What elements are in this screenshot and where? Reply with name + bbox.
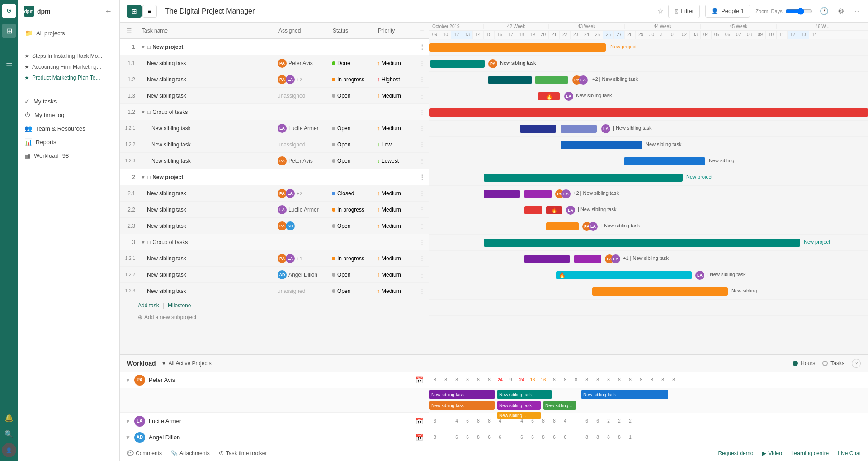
task-name-cell[interactable]: New sibling task (138, 190, 275, 197)
task-more-btn[interactable]: ⋮ (415, 206, 429, 213)
workload-help-btn[interactable]: ? (852, 359, 861, 368)
task-more-btn[interactable]: ⋮ (415, 255, 429, 262)
hours-radio[interactable] (793, 361, 798, 366)
gantt-bar-project2-bg[interactable] (429, 108, 868, 117)
gantt-bar-1-3[interactable]: 🔥 (538, 92, 560, 100)
task-name-cell[interactable]: New sibling task (138, 125, 275, 132)
wl-task-bar[interactable]: New sibling... (543, 401, 576, 410)
task-more-btn[interactable]: ⋮ (415, 92, 429, 99)
gantt-bar-3-1[interactable] (524, 255, 570, 263)
bell-icon-btn[interactable]: 🔔 (2, 410, 16, 425)
wl-task-bar[interactable]: New sibling task (429, 390, 495, 399)
attachments-btn[interactable]: 📎 Attachments (171, 450, 210, 456)
starred-project-1[interactable]: ★ Steps In Installing Rack Mo... (18, 51, 119, 61)
task-name-cell[interactable]: New sibling task (138, 288, 275, 294)
task-name-cell[interactable]: New sibling task (138, 141, 275, 148)
expand-icon[interactable]: ▼ (141, 240, 146, 245)
gantt-bar-3-header[interactable] (484, 239, 800, 247)
zoom-slider[interactable] (785, 8, 812, 15)
wl-task-bar[interactable]: New sibling task (497, 390, 552, 399)
app-logo-btn[interactable]: G (2, 4, 16, 18)
add-col-btn[interactable]: ＋ (415, 27, 429, 35)
gantt-bar-3-2[interactable]: 🔥 (556, 271, 692, 279)
plus-icon-btn[interactable]: ＋ (2, 40, 16, 54)
table-view-btn[interactable]: ⊞ (127, 5, 142, 18)
tasks-toggle[interactable]: Tasks (822, 360, 844, 367)
starred-project-2[interactable]: ★ Accounting Firm Marketing... (18, 61, 119, 72)
task-more-btn[interactable]: ⋮ (415, 287, 429, 294)
add-task-btn[interactable]: Add task (138, 302, 159, 309)
all-projects-item[interactable]: 📁 All projects (18, 27, 119, 39)
peter-cal-icon[interactable]: 📅 (415, 376, 423, 384)
task-name-cell[interactable]: New sibling task (138, 60, 275, 66)
team-resources-item[interactable]: 👥 Team & Resources (18, 122, 119, 135)
menu-icon-btn[interactable]: ☰ (2, 56, 16, 71)
reports-item[interactable]: 📊 Reports (18, 135, 119, 149)
task-more-btn[interactable]: ⋮ (415, 43, 429, 50)
gantt-bar-2-header[interactable] (484, 174, 683, 182)
milestone-btn[interactable]: Milestone (168, 302, 191, 309)
home-icon-btn[interactable]: ⊞ (2, 24, 16, 38)
task-name-cell[interactable]: New sibling task (138, 272, 275, 278)
gantt-bar-1-2a[interactable] (488, 76, 532, 84)
gantt-bar-2-3[interactable] (546, 222, 579, 230)
my-tasks-item[interactable]: ✓ My tasks (18, 94, 119, 108)
task-more-btn[interactable]: ⋮ (415, 60, 429, 66)
task-more-btn[interactable]: ⋮ (415, 108, 429, 115)
gantt-bar-3-1b[interactable] (574, 255, 601, 263)
expand-icon[interactable]: ▼ (141, 44, 146, 50)
wl-task-bar[interactable]: New sibling task (581, 390, 668, 399)
more-btn[interactable]: ··· (851, 5, 861, 17)
starred-project-3[interactable]: ★ Product Marketing Plan Te... (18, 72, 119, 83)
task-more-btn[interactable]: ⋮ (415, 239, 429, 245)
expand-icon[interactable]: ▼ (141, 174, 146, 180)
gantt-bar-2-1b[interactable] (524, 190, 552, 198)
gantt-bar-g1-2-3[interactable] (624, 157, 705, 165)
live-chat-btn[interactable]: Live Chat (838, 450, 861, 456)
wl-task-bar[interactable]: New sibling... (497, 412, 541, 419)
expand-peter[interactable]: ▼ (125, 377, 131, 383)
expand-icon[interactable]: ▼ (141, 109, 146, 115)
sidebar-back-btn[interactable]: ← (103, 5, 114, 17)
search-icon-btn[interactable]: 🔍 (2, 427, 16, 441)
task-name-cell[interactable]: New sibling task (138, 223, 275, 229)
angel-cal-icon[interactable]: 📅 (415, 434, 423, 441)
task-name-cell[interactable]: New sibling task (138, 76, 275, 83)
add-subproject-row[interactable]: ⊕ Add a new subproject (120, 311, 429, 323)
wl-task-bar[interactable]: New sibling task (429, 401, 495, 410)
comments-btn[interactable]: 💬 Comments (127, 450, 162, 456)
task-name-cell[interactable]: New sibling task (138, 158, 275, 164)
request-demo-btn[interactable]: Request demo (718, 450, 753, 456)
history-btn[interactable]: 🕐 (818, 5, 830, 17)
workload-filter-btn[interactable]: ▼ All Active Projects (161, 360, 212, 367)
task-more-btn[interactable]: ⋮ (415, 157, 429, 164)
task-more-btn[interactable]: ⋮ (415, 174, 429, 180)
favorite-btn[interactable]: ☆ (657, 7, 664, 15)
wl-task-bar[interactable]: New sibling task (497, 401, 541, 410)
gantt-bar-1-1[interactable] (430, 60, 485, 68)
gantt-bar-1-2b[interactable] (535, 76, 568, 84)
task-name-cell[interactable]: New sibling task (138, 255, 275, 262)
gantt-bar-2-2b[interactable]: 🔥 (546, 206, 562, 214)
gantt-bar-2-2a[interactable] (524, 206, 542, 214)
task-more-btn[interactable]: ⋮ (415, 190, 429, 197)
gantt-view-btn[interactable]: ≡ (142, 5, 157, 18)
gantt-bar-project1[interactable] (429, 43, 606, 52)
lucile-cal-icon[interactable]: 📅 (415, 418, 423, 425)
gantt-bar-g1-2-1b[interactable] (561, 125, 597, 133)
task-more-btn[interactable]: ⋮ (415, 271, 429, 278)
learning-center-btn[interactable]: Learning centre (791, 450, 829, 456)
people-btn[interactable]: 👤 People 1 (705, 5, 750, 18)
workload-item[interactable]: ▦ Workload 98 (18, 149, 119, 162)
task-name-cell[interactable]: New sibling task (138, 207, 275, 213)
my-time-log-item[interactable]: ⏱ My time log (18, 108, 119, 122)
gantt-bar-3-3[interactable] (592, 287, 728, 296)
hours-toggle[interactable]: Hours (793, 360, 815, 367)
filter-btn[interactable]: ⧖ Filter (668, 5, 700, 18)
expand-angel[interactable]: ▼ (125, 434, 131, 441)
task-more-btn[interactable]: ⋮ (415, 141, 429, 148)
task-name-cell[interactable]: New sibling task (138, 93, 275, 99)
video-btn[interactable]: ▶ Video (762, 450, 782, 456)
task-more-btn[interactable]: ⋮ (415, 76, 429, 83)
tasks-radio[interactable] (822, 361, 828, 366)
